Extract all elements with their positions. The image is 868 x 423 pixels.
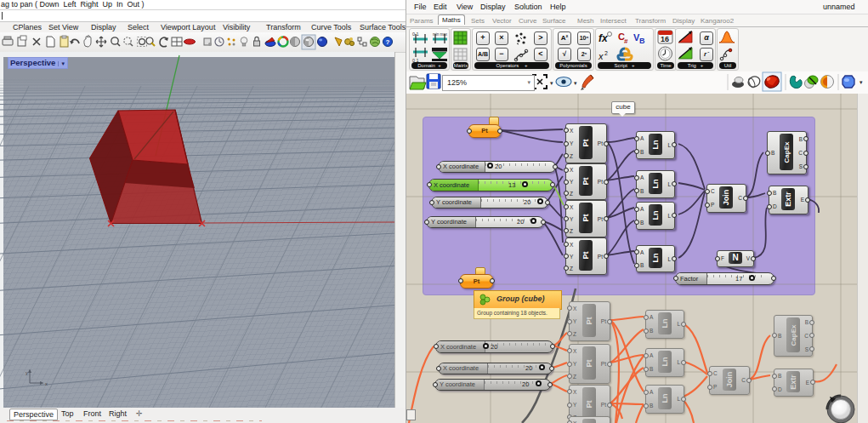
svg-text:x: x — [598, 51, 604, 61]
svg-text:x: x — [45, 381, 48, 386]
svg-text:▾: ▾ — [859, 79, 863, 85]
svg-text:B: B — [639, 37, 645, 45]
svg-text:2: 2 — [604, 50, 608, 56]
svg-text:?: ? — [386, 38, 390, 46]
svg-text:▾: ▾ — [574, 80, 577, 86]
svg-text:▾: ▾ — [550, 80, 553, 86]
svg-text:#: # — [624, 37, 628, 45]
svg-text:16: 16 — [661, 35, 669, 43]
svg-text:y: y — [26, 370, 28, 375]
